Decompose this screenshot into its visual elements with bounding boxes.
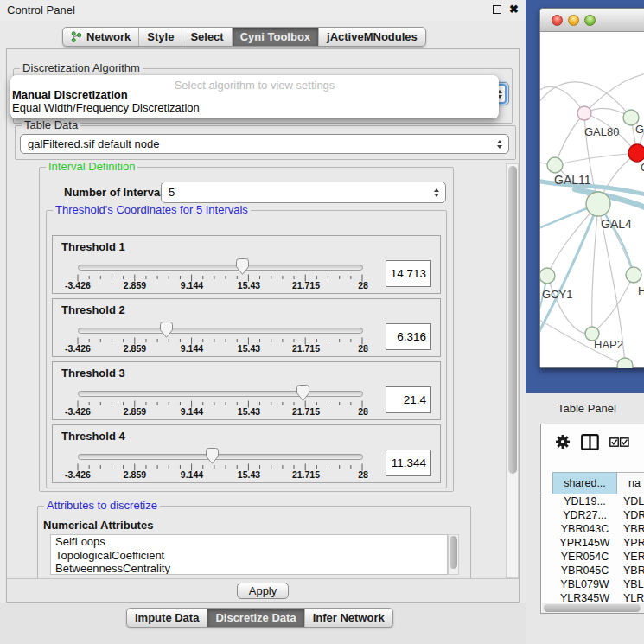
thresholds-group: Threshold's Coordinates for 5 Intervals … (46, 210, 447, 488)
cell-shared-name[interactable]: YDL19... (552, 494, 617, 508)
cell-shared-name[interactable]: YDR27... (552, 508, 617, 522)
network-node-label-ga: GA (635, 123, 644, 136)
table-row[interactable]: YDR27...YDR2 (541, 508, 644, 522)
table-row[interactable]: YPR145WYPR1 (541, 536, 644, 550)
panel-scrollbar-thumb[interactable] (508, 166, 517, 474)
network-selected-node[interactable] (628, 144, 644, 162)
cell-name[interactable]: YPR1 (617, 536, 644, 550)
attribute-item-topologicalcoefficient[interactable]: TopologicalCoefficient (51, 549, 447, 563)
tab-select[interactable]: Select (182, 28, 232, 46)
network-window-titlebar[interactable] (540, 9, 644, 32)
threshold-value-field[interactable]: 11.344 (386, 450, 431, 476)
cell-name[interactable]: YBR0 (617, 522, 644, 536)
slider-scale-label: 28 (358, 406, 368, 417)
table-data-combobox-stepper[interactable] (493, 140, 507, 149)
tab-cyni-toolbox[interactable]: Cyni Toolbox (233, 28, 319, 46)
table-row[interactable]: YBL079WYBL0 (541, 577, 644, 591)
tab-infer-network[interactable]: Infer Network (305, 609, 392, 627)
threshold-value-field[interactable]: 14.713 (386, 260, 431, 287)
attribute-item-selfloops[interactable]: SelfLoops (51, 535, 447, 549)
threshold-slider-track[interactable] (78, 328, 363, 334)
tab-discretize-data[interactable]: Discretize Data (207, 609, 304, 627)
table-row[interactable]: YBR045CYBR0 (541, 564, 644, 577)
threshold-value-field[interactable]: 21.4 (386, 386, 431, 413)
network-gal80-node[interactable] (577, 106, 591, 120)
network-canvas[interactable]: GAL80GACGAL11GAL4GCY1HHAP2 (540, 32, 644, 368)
number-of-intervals-combobox[interactable]: 5 (161, 182, 446, 203)
network-edge[interactable] (592, 275, 634, 334)
network-node-label-gcy1: GCY1 (542, 288, 572, 301)
slider-scale-label: -3.426 (65, 343, 91, 354)
apply-button[interactable]: Apply (237, 583, 290, 599)
network-edge[interactable] (592, 204, 598, 334)
threshold-slider-track[interactable] (78, 454, 363, 460)
table-horizontal-scrollbar-thumb[interactable] (544, 604, 641, 612)
control-panel-title: Control Panel (7, 3, 75, 16)
network-right-node[interactable] (626, 267, 641, 283)
minimize-traffic-light-button[interactable] (568, 15, 579, 26)
select-columns-checkboxes-icon[interactable] (609, 437, 629, 447)
network-edge[interactable] (555, 113, 584, 165)
attributes-group: Attributes to discretize Numerical Attri… (37, 506, 471, 580)
table-settings-gear-icon[interactable] (555, 434, 571, 450)
cell-name[interactable]: YBR0 (617, 564, 644, 577)
slider-scale-label: 9.144 (181, 469, 203, 480)
close-window-icon[interactable]: ✖ (509, 3, 519, 16)
table-row[interactable]: YER054CYER0 (541, 550, 644, 564)
number-of-intervals-stepper[interactable] (430, 188, 443, 197)
network-bottom-node[interactable] (617, 358, 633, 368)
slider-scale-label: 2.859 (124, 343, 146, 354)
numerical-attributes-list[interactable]: SelfLoopsTopologicalCoefficientBetweenne… (50, 534, 448, 575)
cell-name[interactable]: YDL1 (617, 494, 644, 508)
cell-shared-name[interactable]: YBL079W (552, 577, 617, 591)
close-traffic-light-button[interactable] (552, 15, 563, 26)
float-window-icon[interactable] (493, 5, 501, 14)
threshold-slider-track[interactable] (78, 391, 363, 397)
cell-shared-name[interactable]: YPR145W (552, 536, 617, 550)
slider-scale-label: 2.859 (124, 469, 146, 480)
column-layout-icon[interactable] (581, 434, 599, 450)
network-gcy1-node[interactable] (540, 268, 555, 284)
table-horizontal-scrollbar[interactable] (542, 603, 644, 614)
algorithm-popup-hint: Select algorithm to view settings (10, 75, 499, 88)
threshold-slider-thumb[interactable] (296, 385, 309, 401)
panel-scrollbar[interactable] (506, 163, 519, 578)
tab-jactivemnodules[interactable]: jActiveMNodules (319, 28, 425, 46)
threshold-slider-thumb[interactable] (236, 258, 249, 275)
threshold-slider-thumb[interactable] (160, 322, 173, 338)
cell-shared-name[interactable]: YBR045C (552, 564, 617, 577)
network-left-node[interactable] (547, 157, 563, 173)
slider-scale-label: -3.426 (65, 469, 91, 480)
node-table: shared... na YDL19...YDL1YDR27...YDR2YBR… (540, 424, 644, 614)
column-header-name[interactable]: na (617, 472, 644, 494)
cell-shared-name[interactable]: YER054C (552, 550, 617, 564)
table-data-combobox[interactable]: galFiltered.sif default node (20, 134, 509, 154)
network-gal4-node[interactable] (586, 192, 610, 216)
slider-tick-marks (77, 337, 364, 345)
threshold-slider-track[interactable] (78, 265, 363, 271)
threshold-panel-4: Threshold 4 -3.4262.8599.14415.4321.7152… (52, 424, 441, 483)
attributes-list-scrollbar-thumb[interactable] (450, 536, 457, 569)
slider-tick-marks (77, 400, 364, 408)
threshold-value-field[interactable]: 6.316 (386, 323, 431, 350)
table-data-group-label: Table Data (22, 118, 80, 131)
zoom-traffic-light-button[interactable] (584, 15, 596, 26)
slider-scale-label: 15.43 (238, 469, 260, 480)
tab-impute-data[interactable]: Impute Data (127, 609, 207, 627)
threshold-slider-thumb[interactable] (206, 448, 219, 464)
attribute-item-betweennesscentrality[interactable]: BetweennessCentrality (51, 562, 447, 575)
cell-shared-name[interactable]: YBR043C (552, 522, 617, 536)
cell-name[interactable]: YDR2 (617, 508, 644, 522)
table-row[interactable]: YBR043CYBR0 (541, 522, 644, 536)
tab-label: Network (86, 30, 131, 43)
cell-name[interactable]: YER0 (617, 550, 644, 564)
cell-name[interactable]: YBL0 (617, 577, 644, 591)
tab-network[interactable]: Network (63, 28, 139, 46)
network-edge[interactable] (540, 86, 584, 113)
network-edge[interactable] (584, 72, 644, 113)
column-header-shared-name[interactable]: shared... (552, 472, 617, 494)
algorithm-option-equal-width-frequency-discretization[interactable]: Equal Width/Frequency Discretization (10, 101, 499, 114)
tab-style[interactable]: Style (139, 28, 182, 46)
attributes-list-scrollbar[interactable] (448, 534, 459, 575)
table-row[interactable]: YDL19...YDL1 (541, 494, 644, 508)
